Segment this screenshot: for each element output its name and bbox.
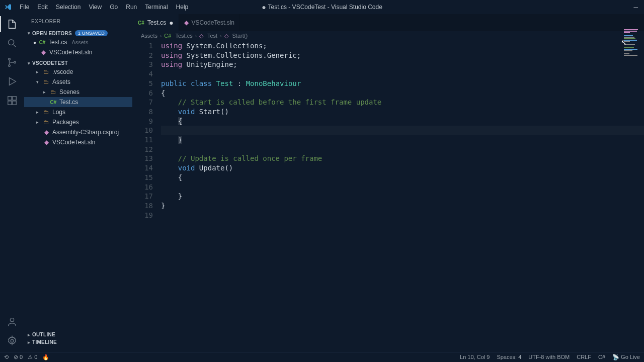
editor-tab[interactable]: ◆VSCodeTest.sln: [179, 14, 240, 31]
code-line[interactable]: [161, 211, 644, 220]
breadcrumb-item[interactable]: Test.cs: [175, 33, 192, 39]
menu-item-help[interactable]: Help: [173, 2, 192, 13]
remote-icon[interactable]: ⟲: [4, 354, 9, 360]
sln-file-icon: ◆: [43, 129, 50, 136]
editor-tab[interactable]: C#Test.cs●: [133, 14, 179, 31]
line-number: 19: [133, 211, 153, 220]
menu-item-view[interactable]: View: [85, 2, 105, 13]
menu-item-run[interactable]: Run: [122, 2, 140, 13]
outline-header[interactable]: ▸ OUTLINE: [24, 331, 133, 338]
explorer-icon[interactable]: [6, 18, 18, 30]
code-line[interactable]: // Start is called before the first fram…: [161, 98, 644, 107]
warnings-count[interactable]: ⚠ 0: [28, 354, 37, 360]
line-number: 9: [133, 117, 153, 126]
go-live-button[interactable]: 📡 Go Live: [612, 354, 640, 360]
run-debug-icon[interactable]: [6, 75, 18, 87]
menu-bar: FileEditSelectionViewGoRunTerminalHelp: [16, 2, 192, 13]
code-line[interactable]: // Update is called once per frame: [161, 154, 644, 163]
file-item[interactable]: ◆VSCodeTest.sln: [24, 137, 132, 147]
file-item[interactable]: C#Test.cs: [24, 97, 132, 107]
code-line[interactable]: {: [161, 117, 644, 126]
project-header[interactable]: ▾ VSCODETEST: [24, 59, 132, 67]
file-name: VSCodeTest.sln: [49, 49, 92, 56]
dirty-indicator-icon: ●: [262, 4, 266, 11]
minimize-button[interactable]: ─: [633, 4, 638, 11]
chevron-down-icon: ▾: [26, 61, 32, 66]
code-line[interactable]: [161, 183, 644, 192]
folder-item[interactable]: ▸🗀Logs: [24, 107, 132, 117]
chevron-right-icon: ▸: [26, 332, 32, 337]
accounts-icon[interactable]: [6, 316, 18, 328]
breadcrumb-item[interactable]: Test: [207, 33, 217, 39]
code-line[interactable]: void Start(): [161, 107, 644, 117]
indentation[interactable]: Spaces: 4: [497, 354, 521, 360]
code-line[interactable]: void Update(): [161, 163, 644, 173]
language-mode[interactable]: C#: [598, 354, 605, 360]
code-line[interactable]: public class Test : MonoBehaviour: [161, 79, 644, 88]
breadcrumb-item[interactable]: Assets: [141, 33, 157, 39]
errors-count[interactable]: ⊘ 0: [14, 354, 23, 360]
code-line[interactable]: using UnityEngine;: [161, 60, 644, 69]
code-line[interactable]: using System.Collections;: [161, 41, 644, 51]
open-editor-item[interactable]: ●C#Test.csAssets: [24, 37, 132, 47]
svg-point-9: [11, 339, 14, 342]
vscode-logo-icon: [4, 3, 12, 11]
timeline-header[interactable]: ▸ TIMELINE: [24, 338, 133, 346]
code-content[interactable]: using System.Collections;using System.Co…: [161, 41, 644, 352]
item-label: VSCodeTest.sln: [52, 139, 95, 146]
open-editors-header[interactable]: ▾ OPEN EDITORS 1 UNSAVED: [24, 29, 132, 37]
code-line[interactable]: using System.Collections.Generic;: [161, 51, 644, 60]
tab-label: VSCodeTest.sln: [192, 19, 234, 26]
csharp-file-icon: C#: [39, 39, 46, 46]
search-icon[interactable]: [6, 37, 18, 49]
code-line[interactable]: [161, 126, 644, 135]
code-line[interactable]: }: [161, 201, 644, 211]
open-editors-label: OPEN EDITORS: [32, 31, 72, 36]
code-line[interactable]: }: [161, 192, 644, 201]
menu-item-edit[interactable]: Edit: [34, 2, 51, 13]
code-line[interactable]: }: [161, 135, 644, 145]
line-number: 1: [133, 41, 153, 51]
open-editor-item[interactable]: ◆VSCodeTest.sln: [24, 47, 132, 57]
eol[interactable]: CRLF: [577, 354, 591, 360]
source-control-icon[interactable]: [6, 56, 18, 68]
sln-file-icon: ◆: [184, 19, 189, 26]
code-line[interactable]: {: [161, 173, 644, 183]
menu-item-go[interactable]: Go: [106, 2, 121, 13]
cursor-position[interactable]: Ln 10, Col 9: [460, 354, 490, 360]
svg-point-3: [14, 61, 16, 63]
dirty-dot-icon: ●: [33, 40, 36, 45]
folder-item[interactable]: ▸🗀Scenes: [24, 87, 132, 97]
timeline-label: TIMELINE: [32, 339, 57, 345]
folder-icon: 🗀: [50, 88, 57, 96]
file-item[interactable]: ◆Assembly-CSharp.csproj: [24, 127, 132, 137]
folder-item[interactable]: ▸🗀.vscode: [24, 67, 132, 77]
code-line[interactable]: [161, 69, 644, 79]
folder-item[interactable]: ▾🗀Assets: [24, 77, 132, 87]
chevron-icon: ▸: [34, 69, 40, 74]
line-number: 17: [133, 192, 153, 201]
line-number: 7: [133, 98, 153, 107]
line-number: 14: [133, 163, 153, 173]
breadcrumb-item[interactable]: Start(): [232, 33, 248, 39]
code-editor[interactable]: 12345678910111213141516171819 using Syst…: [133, 40, 644, 352]
explorer-sidebar: EXPLORER ▾ OPEN EDITORS 1 UNSAVED ●C#Tes…: [24, 14, 133, 352]
folder-item[interactable]: ▸🗀Packages: [24, 117, 132, 127]
menu-item-terminal[interactable]: Terminal: [141, 2, 171, 13]
editor-tabs: C#Test.cs●◆VSCodeTest.sln: [133, 14, 644, 31]
encoding[interactable]: UTF-8 with BOM: [528, 354, 570, 360]
code-line[interactable]: {: [161, 88, 644, 98]
item-label: Test.cs: [59, 99, 78, 106]
chevron-icon: ▸: [41, 89, 47, 95]
extensions-icon[interactable]: [6, 95, 18, 107]
flame-icon[interactable]: 🔥: [42, 354, 49, 360]
chevron-icon: ▸: [34, 120, 40, 125]
settings-gear-icon[interactable]: [6, 335, 18, 347]
breadcrumbs[interactable]: Assets›C#Test.cs›◇Test›◇Start(): [133, 31, 644, 40]
menu-item-selection[interactable]: Selection: [52, 2, 84, 13]
dirty-dot-icon[interactable]: ●: [169, 19, 173, 27]
menu-item-file[interactable]: File: [16, 2, 33, 13]
titlebar: FileEditSelectionViewGoRunTerminalHelp ●…: [0, 0, 644, 14]
code-line[interactable]: [161, 145, 644, 154]
svg-point-2: [9, 65, 11, 67]
